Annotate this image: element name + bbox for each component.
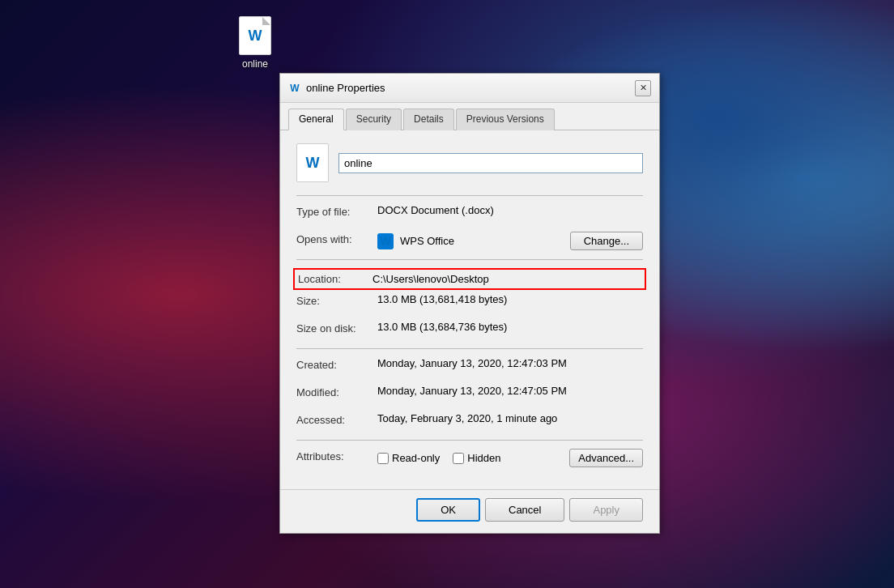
close-button[interactable]: ✕: [635, 80, 651, 96]
advanced-button[interactable]: Advanced...: [569, 449, 643, 467]
properties-dialog: W online Properties ✕ General Security D…: [279, 73, 660, 534]
disk-value: 13.0 MB (13,684,736 bytes): [377, 321, 643, 333]
titlebar-left: W online Properties: [288, 82, 385, 95]
file-name-input[interactable]: [338, 153, 643, 173]
tab-details[interactable]: Details: [403, 109, 454, 130]
type-label: Type of file:: [296, 204, 377, 218]
ok-button[interactable]: OK: [416, 498, 480, 522]
desktop-icon-online[interactable]: W online: [239, 16, 271, 70]
tab-previous-versions[interactable]: Previous Versions: [456, 109, 555, 130]
modified-row: Modified: Monday, January 13, 2020, 12:4…: [296, 385, 643, 404]
created-value: Monday, January 13, 2020, 12:47:03 PM: [377, 357, 643, 369]
change-button[interactable]: Change...: [570, 232, 643, 250]
attributes-row: Attributes: Read-only Hidden Advanced...: [296, 449, 643, 468]
created-label: Created:: [296, 357, 377, 371]
separator-3: [296, 348, 643, 349]
opens-app: WPS Office: [400, 235, 564, 247]
size-row: Size: 13.0 MB (13,681,418 bytes): [296, 293, 643, 313]
dialog-titlebar: W online Properties ✕: [280, 74, 659, 103]
disk-label: Size on disk:: [296, 321, 377, 334]
hidden-label: Hidden: [467, 452, 500, 464]
hidden-checkbox[interactable]: [453, 453, 464, 464]
apply-button[interactable]: Apply: [569, 498, 643, 522]
dialog-footer: OK Cancel Apply: [280, 489, 659, 533]
modified-value: Monday, January 13, 2020, 12:47:05 PM: [377, 385, 643, 397]
wps-icon: W: [377, 233, 394, 249]
attributes-label: Attributes:: [296, 449, 377, 462]
tabs-bar: General Security Details Previous Versio…: [280, 103, 659, 130]
separator-4: [296, 440, 643, 441]
dialog-content: W Type of file: DOCX Document (.docx) Op…: [280, 130, 659, 489]
file-type-icon: W: [296, 143, 329, 182]
title-icon: W: [288, 82, 301, 95]
desktop-icon-label: online: [242, 58, 268, 70]
type-row: Type of file: DOCX Document (.docx): [296, 204, 643, 224]
type-value: DOCX Document (.docx): [377, 204, 643, 216]
size-value: 13.0 MB (13,681,418 bytes): [377, 293, 643, 305]
separator-2: [296, 259, 643, 260]
cancel-button[interactable]: Cancel: [485, 498, 564, 522]
accessed-row: Accessed: Today, February 3, 2020, 1 min…: [296, 412, 643, 432]
created-row: Created: Monday, January 13, 2020, 12:47…: [296, 357, 643, 377]
separator-1: [296, 195, 643, 196]
modified-label: Modified:: [296, 385, 377, 398]
opens-with-content: W WPS Office Change...: [377, 232, 643, 250]
file-header: W: [296, 143, 643, 182]
location-label: Location:: [298, 273, 372, 285]
attributes-content: Read-only Hidden Advanced...: [377, 449, 643, 467]
readonly-checkbox-item: Read-only: [377, 452, 440, 464]
tab-security[interactable]: Security: [346, 109, 402, 130]
readonly-label: Read-only: [392, 452, 440, 464]
dialog-title: online Properties: [306, 82, 385, 94]
accessed-value: Today, February 3, 2020, 1 minute ago: [377, 412, 643, 424]
opens-with-row: Opens with: W WPS Office Change...: [296, 232, 643, 251]
file-icon-desktop: W: [239, 16, 271, 55]
size-label: Size:: [296, 293, 377, 307]
accessed-label: Accessed:: [296, 412, 377, 426]
hidden-checkbox-item: Hidden: [453, 452, 500, 464]
location-row: Location: C:\Users\lenovo\Desktop: [293, 268, 646, 290]
location-value: C:\Users\lenovo\Desktop: [372, 273, 489, 285]
opens-label: Opens with:: [296, 232, 377, 245]
readonly-checkbox[interactable]: [377, 453, 389, 464]
size-on-disk-row: Size on disk: 13.0 MB (13,684,736 bytes): [296, 321, 643, 340]
tab-general[interactable]: General: [288, 109, 344, 130]
